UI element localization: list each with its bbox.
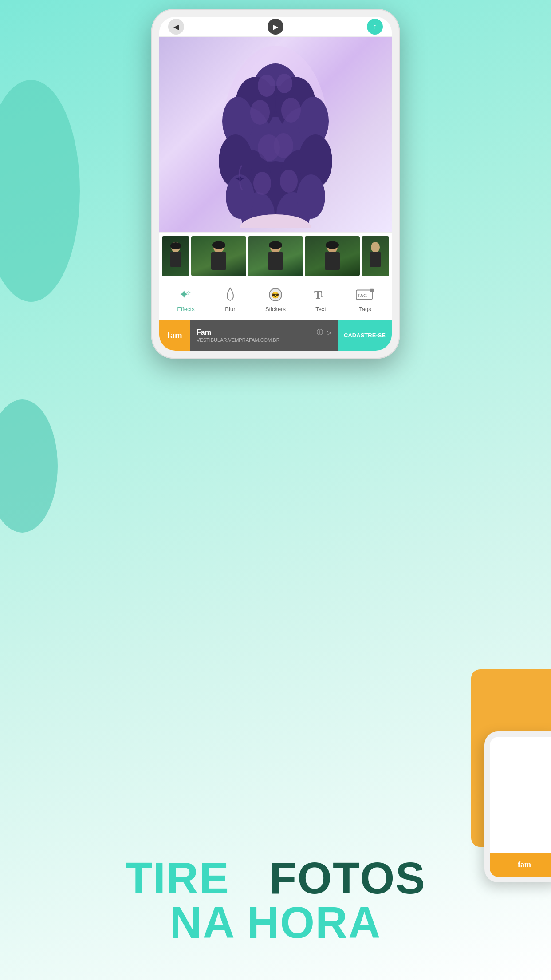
svg-point-37 bbox=[212, 241, 225, 249]
svg-rect-33 bbox=[170, 252, 181, 267]
thumbnail-3[interactable] bbox=[248, 236, 303, 276]
phone-partial-ad-logo: fam bbox=[490, 853, 551, 877]
svg-point-20 bbox=[297, 174, 325, 219]
tools-bar: ✦ ✧ Effects Blur bbox=[159, 280, 392, 320]
ad-banner: fam Fam ⓘ ▷ VESTIBULAR.VEMPRAFAM.COM.BR … bbox=[159, 320, 392, 351]
bg-shape-left bbox=[0, 80, 80, 302]
tool-stickers[interactable]: 😎 Stickers bbox=[265, 286, 286, 312]
bg-shape-bottom-left bbox=[0, 399, 58, 533]
thumbnail-1[interactable] bbox=[162, 236, 189, 276]
svg-point-22 bbox=[276, 74, 292, 93]
svg-point-44 bbox=[371, 242, 380, 253]
svg-text:✧: ✧ bbox=[186, 289, 191, 296]
tags-label: Tags bbox=[359, 306, 371, 312]
tool-effects[interactable]: ✦ ✧ Effects bbox=[177, 286, 195, 312]
back-button[interactable]: ◀ bbox=[168, 19, 184, 35]
tool-tags[interactable]: TAG Tags bbox=[356, 286, 374, 312]
thumbnail-strip bbox=[159, 232, 392, 280]
headline-line2: NA HORA bbox=[27, 900, 524, 944]
thumbnail-2[interactable] bbox=[191, 236, 246, 276]
ad-info-icon[interactable]: ⓘ bbox=[317, 328, 323, 336]
stickers-label: Stickers bbox=[265, 306, 286, 312]
phone-mockup: ◀ ▶ ↑ bbox=[151, 9, 400, 359]
text-icon: T t bbox=[311, 286, 330, 303]
blur-label: Blur bbox=[225, 306, 235, 312]
svg-point-34 bbox=[170, 242, 181, 249]
ad-url: VESTIBULAR.VEMPRAFAM.COM.BR bbox=[197, 337, 331, 343]
headline-line1: TIRE FOTOS bbox=[27, 856, 524, 900]
svg-rect-55 bbox=[370, 289, 374, 292]
tire-word: TIRE bbox=[125, 853, 230, 903]
svg-point-43 bbox=[326, 241, 339, 249]
thumbnail-5[interactable] bbox=[362, 236, 389, 276]
hair-photo-area: ✦ bbox=[159, 37, 392, 232]
phone-screen: ◀ ▶ ↑ bbox=[159, 17, 392, 351]
ad-play-icon[interactable]: ▷ bbox=[327, 329, 331, 336]
hair-image: ✦ bbox=[218, 41, 333, 228]
ad-cta-button[interactable]: CADASTRE-SE bbox=[338, 320, 392, 351]
bottom-headline: TIRE FOTOS NA HORA bbox=[0, 856, 551, 944]
phone-partial-screen: fam bbox=[490, 737, 551, 877]
tool-blur[interactable]: Blur bbox=[221, 286, 240, 312]
phone-partial-right: fam bbox=[484, 731, 551, 882]
top-bar: ◀ ▶ ↑ bbox=[159, 17, 392, 37]
ad-logo-text: fam bbox=[167, 330, 182, 340]
svg-rect-42 bbox=[325, 252, 340, 270]
svg-rect-45 bbox=[370, 252, 381, 267]
svg-point-27 bbox=[253, 172, 271, 195]
svg-point-23 bbox=[250, 100, 270, 125]
stickers-icon: 😎 bbox=[266, 286, 285, 303]
phone-body: ◀ ▶ ↑ bbox=[151, 9, 400, 359]
thumbnail-4[interactable] bbox=[305, 236, 360, 276]
svg-point-21 bbox=[258, 75, 276, 97]
tool-text[interactable]: T t Text bbox=[311, 286, 330, 312]
svg-point-40 bbox=[269, 241, 282, 249]
ad-logo: fam bbox=[159, 320, 190, 351]
svg-rect-36 bbox=[211, 252, 226, 270]
ad-cta-label: CADASTRE-SE bbox=[344, 332, 386, 339]
svg-rect-30 bbox=[244, 221, 307, 228]
tags-icon: TAG bbox=[356, 286, 374, 303]
next-button[interactable]: ▶ bbox=[268, 19, 283, 35]
svg-point-26 bbox=[274, 133, 293, 158]
svg-point-28 bbox=[280, 170, 298, 193]
effects-label: Effects bbox=[177, 306, 195, 312]
ad-icons: ⓘ ▷ bbox=[317, 328, 331, 336]
text-label: Text bbox=[315, 306, 326, 312]
svg-point-24 bbox=[281, 98, 301, 122]
svg-text:t: t bbox=[320, 290, 323, 299]
blur-icon bbox=[221, 286, 240, 303]
svg-rect-39 bbox=[268, 252, 283, 270]
svg-text:TAG: TAG bbox=[358, 293, 367, 298]
svg-text:😎: 😎 bbox=[272, 292, 279, 299]
fotos-word: FOTOS bbox=[269, 853, 426, 903]
ad-brand-name: Fam bbox=[197, 328, 211, 336]
ad-content: Fam ⓘ ▷ VESTIBULAR.VEMPRAFAM.COM.BR bbox=[190, 320, 338, 351]
effects-icon: ✦ ✧ bbox=[177, 286, 195, 303]
share-button[interactable]: ↑ bbox=[367, 19, 383, 35]
